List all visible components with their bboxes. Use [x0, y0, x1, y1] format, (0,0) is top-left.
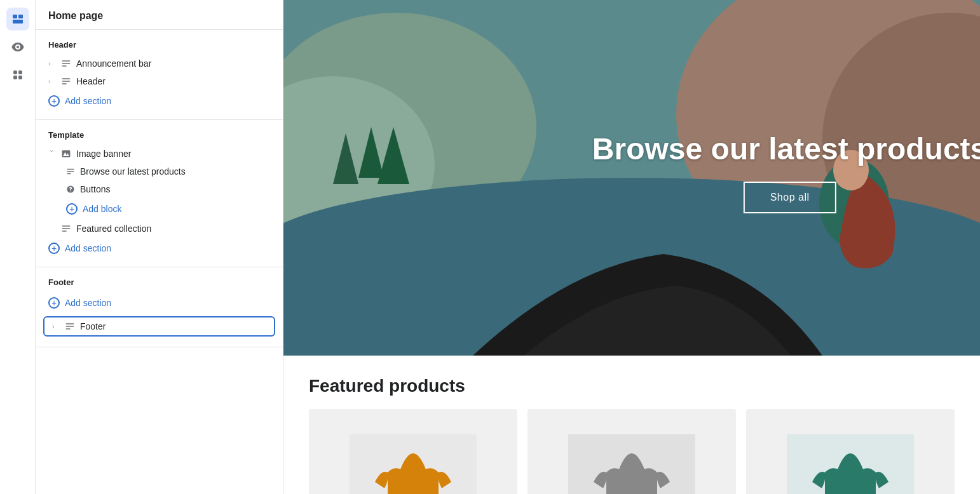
announcement-bar-icon — [61, 58, 71, 69]
footer-icon — [65, 321, 75, 331]
svg-rect-0 — [13, 15, 17, 18]
browse-text-label: Browse our latest products — [80, 166, 270, 177]
sidebar-item-image-banner[interactable]: › Image banner — [36, 145, 283, 163]
image-banner-label: Image banner — [76, 149, 270, 159]
sidebar-item-browse-text[interactable]: Browse our latest products — [36, 163, 283, 180]
buttons-label: Buttons — [80, 184, 270, 194]
sidebar-item-featured-collection[interactable]: Featured collection — [36, 220, 283, 237]
header-group-label: Header — [36, 37, 283, 55]
product-grid — [309, 409, 955, 494]
header-group: Header › Announcement bar › Header — [36, 30, 283, 120]
sections-icon-btn[interactable] — [6, 8, 29, 30]
icon-rail — [0, 0, 36, 494]
add-block-btn[interactable]: + Add block — [36, 198, 283, 220]
template-group-label: Template — [36, 128, 283, 145]
banner-title: Browse our latest products — [592, 131, 980, 166]
svg-rect-2 — [13, 20, 23, 23]
footer-group-label: Footer — [36, 275, 283, 292]
template-group: Template › Image banner Browse ou — [36, 120, 283, 267]
sidebar-content: Header › Announcement bar › Header — [36, 30, 283, 494]
sidebar-item-header[interactable]: › Header — [36, 72, 283, 90]
chevron-right-icon-2: › — [48, 77, 56, 85]
apps-icon-btn[interactable] — [6, 63, 29, 86]
footer-label: Footer — [80, 321, 266, 331]
product-card-3[interactable] — [746, 409, 955, 494]
product-card-1[interactable] — [309, 409, 517, 494]
image-banner[interactable]: Browse our latest products Shop all — [283, 0, 980, 356]
svg-rect-1 — [18, 15, 23, 18]
sidebar-item-announcement-bar[interactable]: › Announcement bar — [36, 55, 283, 72]
header-icon — [61, 76, 71, 86]
page-title: Home page — [36, 0, 283, 30]
plus-icon-2: + — [66, 203, 78, 215]
template-add-section-btn[interactable]: + Add section — [36, 237, 283, 259]
featured-collection-icon — [61, 224, 71, 234]
image-banner-icon — [61, 149, 71, 159]
chevron-down-icon: › — [48, 150, 56, 157]
plus-icon-3: + — [48, 243, 60, 254]
sidebar-item-buttons[interactable]: Buttons — [36, 180, 283, 198]
buttons-icon — [66, 185, 75, 194]
sidebar-item-footer[interactable]: › Footer — [43, 316, 275, 337]
featured-section: Featured products — [283, 356, 980, 494]
chevron-right-icon-3: › — [52, 323, 60, 330]
plus-icon: + — [48, 95, 60, 107]
header-add-section-label: Add section — [65, 96, 111, 106]
header-add-section-btn[interactable]: + Add section — [36, 90, 283, 112]
chevron-right-icon: › — [48, 60, 56, 67]
featured-products-title: Featured products — [309, 376, 955, 396]
header-label: Header — [76, 76, 270, 86]
footer-group: Footer + Add section › Footer — [36, 267, 283, 347]
sidebar: Home page Header › Announcement bar › — [36, 0, 283, 494]
banner-content: Browse our latest products Shop all — [592, 131, 980, 213]
footer-add-section-btn[interactable]: + Add section — [36, 292, 283, 314]
featured-collection-label: Featured collection — [76, 224, 270, 234]
add-block-label: Add block — [83, 204, 121, 214]
main-preview: Browse our latest products Shop all Feat… — [283, 0, 980, 494]
template-add-section-label: Add section — [65, 243, 111, 253]
settings-icon-btn[interactable] — [6, 36, 29, 58]
announcement-bar-label: Announcement bar — [76, 58, 270, 69]
plus-icon-4: + — [48, 297, 60, 309]
product-card-2[interactable] — [527, 409, 736, 494]
shop-all-button[interactable]: Shop all — [744, 182, 836, 213]
footer-add-section-label: Add section — [65, 298, 111, 308]
text-icon — [66, 167, 75, 176]
